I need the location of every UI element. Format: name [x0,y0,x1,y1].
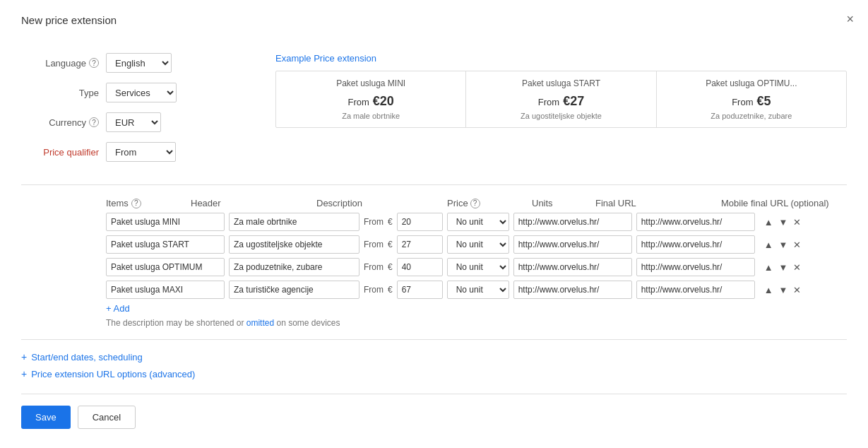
table-row: From € No unitper hourper dayper weekper… [21,235,847,254]
final-url-input-1[interactable] [513,235,632,254]
items-help-icon[interactable]: ? [131,199,141,208]
header-input-1[interactable] [106,235,225,254]
mobile-url-input-2[interactable] [636,258,755,276]
scheduling-label: Start/end dates, scheduling [31,352,143,362]
main-content: Language ? English Type Services C [21,53,847,172]
card-title-2: Paket usluga START [476,78,646,88]
price-help-icon[interactable]: ? [470,199,480,208]
row-up-button-2[interactable]: ▲ [762,261,775,273]
from-label-0: From [364,217,384,227]
col-header-mobile-url: Mobile final URL (optional) [721,198,847,208]
type-row: Type Services [21,83,247,102]
row-actions-2: ▲ ▼ ✕ [762,261,804,273]
col-header-price: Price ? [447,198,532,208]
price-input-3[interactable] [397,281,443,299]
disclaimer-link[interactable]: omitted [246,318,274,328]
from-label-2: From [364,262,384,272]
language-help-icon[interactable]: ? [89,58,99,68]
disclaimer: The description may be shortened or omit… [21,318,847,328]
cancel-button[interactable]: Cancel [78,406,136,429]
items-section: Items ? Header Description Price ? Units… [21,198,847,328]
row-delete-button-2[interactable]: ✕ [791,261,803,273]
row-down-button-2[interactable]: ▼ [777,261,790,273]
card-desc-3: Za poduzetnike, zubare [667,112,836,120]
final-url-input-3[interactable] [513,281,632,299]
table-row: From € No unitper hourper dayper weekper… [21,258,847,276]
section-divider-1 [21,184,847,185]
scheduling-collapsible[interactable]: + Start/end dates, scheduling [21,351,847,362]
table-header-row: Items ? Header Description Price ? Units… [21,198,847,208]
language-row: Language ? English [21,53,247,73]
price-input-1[interactable] [397,235,443,254]
url-options-plus-icon: + [21,368,27,379]
url-options-label: Price extension URL options (advanced) [31,369,195,379]
description-input-0[interactable] [229,213,359,231]
table-row: From € No unitper hourper dayper weekper… [21,213,847,231]
row-actions-0: ▲ ▼ ✕ [762,216,804,228]
row-delete-button-1[interactable]: ✕ [791,239,803,251]
scheduling-plus-icon: + [21,351,27,362]
price-input-0[interactable] [397,213,443,231]
add-item-link[interactable]: + Add [21,303,847,314]
currency-label: Currency ? [21,117,106,128]
item-rows-container: From € No unitper hourper dayper weekper… [21,213,847,299]
left-panel: Language ? English Type Services C [21,53,247,172]
card-title-3: Paket usluga OPTIMU... [667,78,836,88]
example-card-3: Paket usluga OPTIMU... From €5 Za poduze… [657,71,846,127]
col-header-header: Header [191,198,309,208]
type-select[interactable]: Services [106,83,177,102]
card-price-3: From €5 [667,94,836,109]
col-header-units: Units [532,198,595,208]
header-input-2[interactable] [106,258,225,276]
header-input-3[interactable] [106,281,225,299]
price-qualifier-select[interactable]: From Up to Average [106,142,176,162]
language-select[interactable]: English [106,53,172,73]
card-price-1: From €20 [286,94,456,109]
mobile-url-input-3[interactable] [636,281,755,299]
final-url-input-2[interactable] [513,258,632,276]
final-url-input-0[interactable] [513,213,632,231]
price-qualifier-label: Price qualifier [21,147,106,158]
url-options-collapsible[interactable]: + Price extension URL options (advanced) [21,368,847,379]
items-label: Items [106,198,129,208]
row-up-button-3[interactable]: ▲ [762,284,775,296]
save-button[interactable]: Save [21,406,71,429]
row-down-button-3[interactable]: ▼ [777,284,790,296]
currency-select[interactable]: EUR [106,112,161,132]
table-row: From € No unitper hourper dayper weekper… [21,281,847,299]
units-select-2[interactable]: No unitper hourper dayper weekper monthp… [447,258,509,276]
currency-help-icon[interactable]: ? [89,117,99,127]
mobile-url-input-0[interactable] [636,213,755,231]
row-down-button-1[interactable]: ▼ [777,239,790,251]
row-actions-1: ▲ ▼ ✕ [762,239,804,251]
units-select-3[interactable]: No unitper hourper dayper weekper monthp… [447,281,509,299]
row-up-button-1[interactable]: ▲ [762,239,775,251]
description-input-3[interactable] [229,281,359,299]
close-button[interactable]: × [846,13,854,25]
row-delete-button-3[interactable]: ✕ [791,284,803,296]
price-input-2[interactable] [397,258,443,276]
description-input-2[interactable] [229,258,359,276]
description-input-1[interactable] [229,235,359,254]
row-up-button-0[interactable]: ▲ [762,216,775,228]
col-header-final-url: Final URL [595,198,721,208]
section-divider-2 [21,339,847,340]
example-title: Example Price extension [275,53,847,64]
header-input-0[interactable] [106,213,225,231]
language-label: Language ? [21,58,106,69]
mobile-url-input-1[interactable] [636,235,755,254]
units-select-1[interactable]: No unitper hourper dayper weekper monthp… [447,235,509,254]
row-down-button-0[interactable]: ▼ [777,216,790,228]
row-delete-button-0[interactable]: ✕ [791,216,803,228]
dialog-title: New price extension [21,14,117,26]
from-label-3: From [364,285,384,295]
euro-sign-2: € [388,262,393,272]
euro-sign-0: € [388,217,393,227]
items-label-container: Items ? [106,198,191,208]
col-header-description: Description [316,198,447,208]
example-card-2: Paket usluga START From €27 Za ugostitel… [466,71,656,127]
euro-sign-1: € [388,240,393,249]
row-actions-3: ▲ ▼ ✕ [762,284,804,296]
units-select-0[interactable]: No unitper hourper dayper weekper monthp… [447,213,509,231]
card-price-2: From €27 [476,94,646,109]
